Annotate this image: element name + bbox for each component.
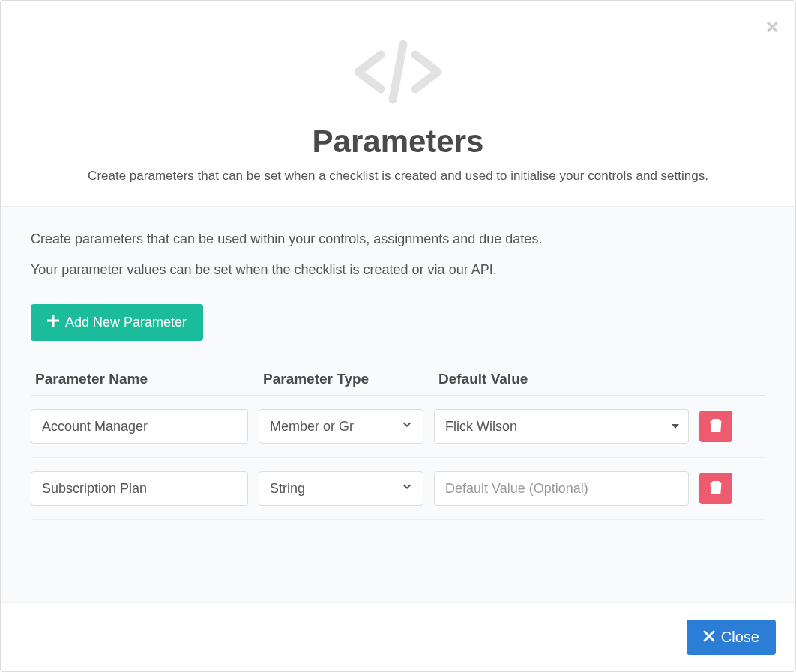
trash-icon [710,419,722,435]
modal-title: Parameters [23,124,773,160]
plus-icon [47,315,59,330]
parameters-modal: × Parameters Create parameters that can … [0,0,796,672]
close-icon[interactable]: × [765,16,779,38]
modal-body: Create parameters that can be used withi… [1,207,795,602]
delete-row-button[interactable] [699,411,732,442]
svg-line-0 [393,44,403,100]
modal-header: Parameters Create parameters that can be… [1,1,795,207]
chevron-down-icon [400,480,414,497]
code-icon [23,31,773,116]
select-value: Member or Gr [270,419,354,435]
parameters-table: Parameter Name Parameter Type Default Va… [31,363,765,520]
chevron-down-icon [400,418,414,435]
modal-footer: Close [1,602,795,671]
table-row: String [31,458,765,520]
select-value: String [270,481,305,497]
close-button-label: Close [721,629,759,646]
modal-subtitle: Create parameters that can be set when a… [23,169,773,184]
delete-row-button[interactable] [699,473,732,504]
add-parameter-label: Add New Parameter [65,315,187,330]
close-icon [703,629,715,646]
col-header-name: Parameter Name [31,371,248,387]
default-value-input[interactable] [434,471,689,506]
parameter-name-input[interactable] [31,409,248,444]
caret-down-icon [672,424,679,429]
table-header: Parameter Name Parameter Type Default Va… [31,363,765,396]
col-header-type: Parameter Type [259,371,423,387]
table-row: Member or Gr Flick Wilson [31,396,765,458]
select-value: Flick Wilson [445,419,517,435]
col-header-default: Default Value [434,371,689,387]
add-parameter-button[interactable]: Add New Parameter [31,304,203,341]
intro-text-2: Your parameter values can be set when th… [31,260,765,280]
close-button[interactable]: Close [687,620,776,655]
default-value-dropdown[interactable]: Flick Wilson [434,409,689,444]
trash-icon [710,481,722,497]
parameter-type-select[interactable]: String [259,471,423,506]
intro-text-1: Create parameters that can be used withi… [31,229,765,249]
svg-rect-2 [47,320,59,322]
parameter-type-select[interactable]: Member or Gr [259,409,423,444]
parameter-name-input[interactable] [31,471,248,506]
